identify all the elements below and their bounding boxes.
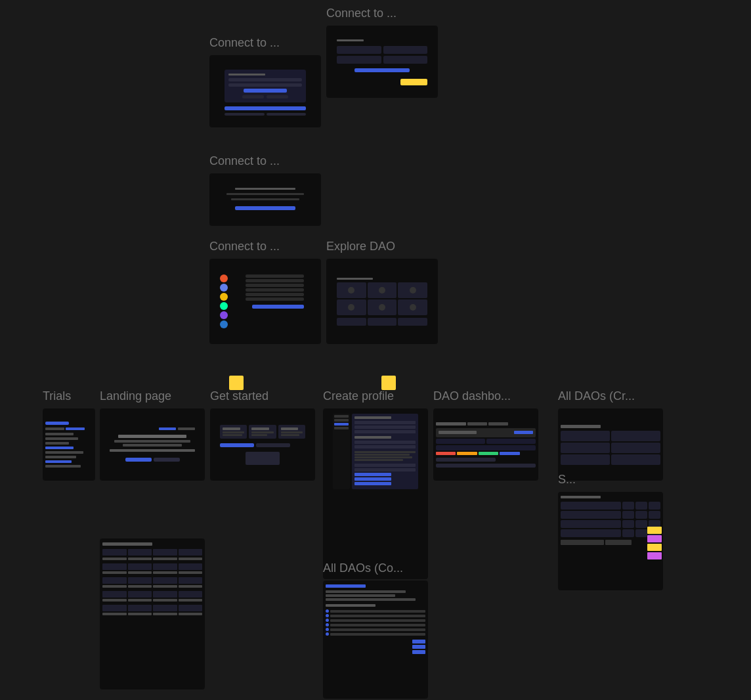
card-label-connect-3: Connect to ... — [209, 154, 280, 168]
card-label-trials: Trials — [43, 389, 71, 403]
card-label-connect-2: Connect to ... — [326, 7, 397, 20]
card-label-get-started: Get started — [210, 389, 268, 403]
thumb-s[interactable] — [323, 580, 428, 699]
thumb-get-started[interactable] — [210, 408, 315, 481]
card-label-landing: Landing page — [100, 389, 171, 403]
card-all-daos-1: All DAOs (Cr... — [558, 389, 663, 481]
card-all-daos-2: S... — [558, 473, 663, 590]
card-connect-2: Connect to ... — [326, 7, 438, 98]
thumb-connect-4[interactable] — [209, 259, 321, 344]
card-get-started: Get started — [210, 389, 315, 481]
card-connect-1: Connect to ... — [209, 36, 321, 127]
thumb-trials[interactable] — [43, 408, 95, 481]
card-landing: Landing page — [100, 389, 205, 481]
thumb-connect-2[interactable] — [326, 26, 438, 98]
card-connect-4: Connect to ... — [209, 240, 321, 344]
thumb-create-profile[interactable] — [323, 408, 428, 579]
thumb-dao-dashboard[interactable] — [433, 408, 538, 481]
card-label-s: All DAOs (Co... — [323, 561, 403, 575]
card-trials: Trials — [43, 389, 95, 481]
card-create-profile: Create profile — [323, 389, 428, 579]
card-label-all-daos-1: All DAOs (Cr... — [558, 389, 635, 403]
card-label-connect-1: Connect to ... — [209, 36, 280, 50]
card-label-all-daos-2: S... — [558, 473, 576, 487]
card-label-create-profile: Create profile — [323, 389, 394, 403]
thumb-connect-3[interactable] — [209, 173, 321, 226]
card-dao-dashboard: DAO dashbo... — [433, 389, 538, 481]
thumb-explore-dao[interactable] — [326, 259, 438, 344]
card-explore-dao: Explore DAO — [326, 240, 438, 344]
thumb-landing[interactable] — [100, 408, 205, 481]
sticky-note-1 — [229, 376, 244, 390]
card-connect-3: Connect to ... — [209, 154, 321, 226]
card-s: All DAOs (Co... — [323, 561, 428, 699]
thumb-explore-daos-large[interactable] — [100, 538, 205, 689]
card-label-explore-dao: Explore DAO — [326, 240, 395, 253]
thumb-all-daos-2[interactable] — [558, 492, 663, 590]
thumb-all-daos-1[interactable] — [558, 408, 663, 481]
card-explore-daos-large — [100, 538, 205, 689]
card-label-dao-dashboard: DAO dashbo... — [433, 389, 511, 403]
card-label-connect-4: Connect to ... — [209, 240, 280, 253]
thumb-connect-1[interactable] — [209, 55, 321, 127]
sticky-note-2 — [381, 376, 396, 390]
